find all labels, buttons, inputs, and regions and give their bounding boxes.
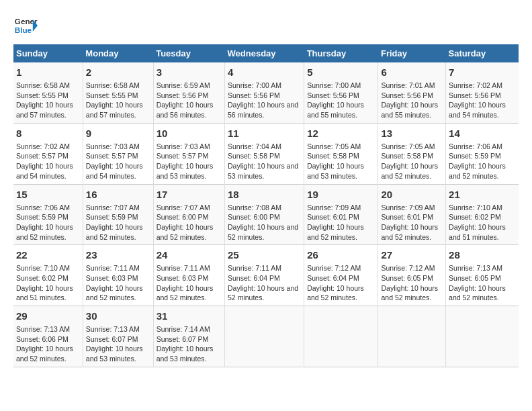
day-cell: 14Sunrise: 7:06 AMSunset: 5:59 PMDayligh… — [446, 123, 519, 184]
day-number: 17 — [157, 187, 222, 201]
day-cell: 6Sunrise: 7:01 AMSunset: 5:56 PMDaylight… — [378, 62, 446, 123]
daylight-text: Daylight: 10 hours and 53 minutes. — [228, 162, 298, 180]
sunset-text: Sunset: 6:05 PM — [449, 274, 501, 282]
sunset-text: Sunset: 6:07 PM — [86, 335, 138, 343]
day-cell: 1Sunrise: 6:58 AMSunset: 5:55 PMDaylight… — [13, 62, 83, 123]
daylight-text: Daylight: 10 hours and 52 minutes. — [449, 162, 506, 180]
header: General Blue — [13, 13, 519, 38]
sunrise-text: Sunrise: 7:02 AM — [449, 81, 502, 89]
sunset-text: Sunset: 6:01 PM — [381, 213, 433, 221]
col-header-friday: Friday — [378, 44, 446, 62]
week-row-3: 15Sunrise: 7:06 AMSunset: 5:59 PMDayligh… — [13, 184, 519, 245]
day-number: 8 — [16, 126, 80, 140]
day-cell: 29Sunrise: 7:13 AMSunset: 6:06 PMDayligh… — [13, 306, 83, 367]
day-cell: 8Sunrise: 7:02 AMSunset: 5:57 PMDaylight… — [13, 123, 83, 184]
day-cell: 11Sunrise: 7:04 AMSunset: 5:58 PMDayligh… — [225, 123, 304, 184]
daylight-text: Daylight: 10 hours and 52 minutes. — [157, 223, 214, 241]
sunrise-text: Sunrise: 7:11 AM — [157, 264, 210, 272]
sunset-text: Sunset: 5:55 PM — [16, 91, 69, 99]
sunrise-text: Sunrise: 7:05 AM — [307, 142, 361, 150]
day-cell — [225, 306, 304, 367]
sunrise-text: Sunrise: 7:10 AM — [449, 203, 502, 212]
day-number: 6 — [381, 65, 443, 79]
sunset-text: Sunset: 5:58 PM — [228, 152, 280, 160]
day-number: 27 — [381, 248, 443, 262]
day-number: 15 — [16, 187, 80, 201]
day-header-row: SundayMondayTuesdayWednesdayThursdayFrid… — [13, 44, 519, 62]
daylight-text: Daylight: 10 hours and 52 minutes. — [381, 284, 438, 302]
day-number: 18 — [228, 187, 301, 201]
daylight-text: Daylight: 10 hours and 56 minutes. — [157, 101, 214, 119]
daylight-text: Daylight: 10 hours and 52 minutes. — [16, 223, 73, 241]
daylight-text: Daylight: 10 hours and 52 minutes. — [228, 223, 298, 241]
day-cell: 23Sunrise: 7:11 AMSunset: 6:03 PMDayligh… — [83, 245, 153, 306]
sunset-text: Sunset: 5:56 PM — [157, 91, 209, 99]
sunrise-text: Sunrise: 7:10 AM — [16, 264, 70, 272]
sunset-text: Sunset: 6:02 PM — [16, 274, 69, 282]
day-number: 21 — [449, 187, 516, 201]
sunrise-text: Sunrise: 7:04 AM — [228, 142, 281, 150]
daylight-text: Daylight: 10 hours and 54 minutes. — [86, 162, 143, 180]
day-cell: 17Sunrise: 7:07 AMSunset: 6:00 PMDayligh… — [153, 184, 224, 245]
daylight-text: Daylight: 10 hours and 52 minutes. — [381, 223, 438, 241]
col-header-thursday: Thursday — [304, 44, 378, 62]
sunrise-text: Sunrise: 7:03 AM — [86, 142, 140, 150]
day-cell: 19Sunrise: 7:09 AMSunset: 6:01 PMDayligh… — [304, 184, 378, 245]
daylight-text: Daylight: 10 hours and 57 minutes. — [86, 101, 143, 119]
sunset-text: Sunset: 6:07 PM — [157, 335, 209, 343]
sunset-text: Sunset: 5:57 PM — [86, 152, 138, 160]
daylight-text: Daylight: 10 hours and 52 minutes. — [86, 284, 143, 302]
day-cell: 16Sunrise: 7:07 AMSunset: 5:59 PMDayligh… — [83, 184, 153, 245]
day-cell: 27Sunrise: 7:12 AMSunset: 6:05 PMDayligh… — [378, 245, 446, 306]
day-number: 4 — [228, 65, 301, 79]
daylight-text: Daylight: 10 hours and 53 minutes. — [86, 345, 143, 363]
day-cell — [446, 306, 519, 367]
day-cell: 31Sunrise: 7:14 AMSunset: 6:07 PMDayligh… — [153, 306, 224, 367]
col-header-monday: Monday — [83, 44, 153, 62]
day-cell: 12Sunrise: 7:05 AMSunset: 5:58 PMDayligh… — [304, 123, 378, 184]
daylight-text: Daylight: 10 hours and 52 minutes. — [86, 223, 143, 241]
sunrise-text: Sunrise: 7:06 AM — [16, 203, 70, 212]
daylight-text: Daylight: 10 hours and 54 minutes. — [449, 101, 506, 119]
sunrise-text: Sunrise: 7:08 AM — [228, 203, 281, 212]
day-cell: 30Sunrise: 7:13 AMSunset: 6:07 PMDayligh… — [83, 306, 153, 367]
sunset-text: Sunset: 6:00 PM — [228, 213, 280, 221]
sunrise-text: Sunrise: 6:58 AM — [86, 81, 140, 89]
week-row-4: 22Sunrise: 7:10 AMSunset: 6:02 PMDayligh… — [13, 245, 519, 306]
sunset-text: Sunset: 5:56 PM — [228, 91, 280, 99]
sunrise-text: Sunrise: 7:00 AM — [307, 81, 361, 89]
sunrise-text: Sunrise: 7:12 AM — [307, 264, 361, 272]
sunset-text: Sunset: 5:59 PM — [86, 213, 138, 221]
day-number: 7 — [449, 65, 516, 79]
daylight-text: Daylight: 10 hours and 52 minutes. — [157, 284, 214, 302]
day-cell: 25Sunrise: 7:11 AMSunset: 6:04 PMDayligh… — [225, 245, 304, 306]
day-number: 29 — [16, 309, 80, 323]
sunrise-text: Sunrise: 6:58 AM — [16, 81, 70, 89]
sunset-text: Sunset: 5:56 PM — [307, 91, 359, 99]
col-header-wednesday: Wednesday — [225, 44, 304, 62]
sunrise-text: Sunrise: 7:07 AM — [86, 203, 140, 212]
sunset-text: Sunset: 6:04 PM — [228, 274, 280, 282]
week-row-2: 8Sunrise: 7:02 AMSunset: 5:57 PMDaylight… — [13, 123, 519, 184]
day-cell: 18Sunrise: 7:08 AMSunset: 6:00 PMDayligh… — [225, 184, 304, 245]
day-number: 12 — [307, 126, 375, 140]
daylight-text: Daylight: 10 hours and 52 minutes. — [16, 345, 73, 363]
sunset-text: Sunset: 5:58 PM — [381, 152, 433, 160]
day-cell: 20Sunrise: 7:09 AMSunset: 6:01 PMDayligh… — [378, 184, 446, 245]
sunset-text: Sunset: 5:56 PM — [381, 91, 433, 99]
day-number: 31 — [157, 309, 222, 323]
day-number: 22 — [16, 248, 80, 262]
sunrise-text: Sunrise: 7:13 AM — [16, 325, 70, 333]
week-row-5: 29Sunrise: 7:13 AMSunset: 6:06 PMDayligh… — [13, 306, 519, 367]
day-number: 10 — [157, 126, 222, 140]
sunrise-text: Sunrise: 7:02 AM — [16, 142, 70, 150]
day-cell: 13Sunrise: 7:05 AMSunset: 5:58 PMDayligh… — [378, 123, 446, 184]
sunrise-text: Sunrise: 7:01 AM — [381, 81, 435, 89]
sunrise-text: Sunrise: 7:07 AM — [157, 203, 210, 212]
day-cell: 4Sunrise: 7:00 AMSunset: 5:56 PMDaylight… — [225, 62, 304, 123]
daylight-text: Daylight: 10 hours and 51 minutes. — [16, 284, 73, 302]
day-cell: 7Sunrise: 7:02 AMSunset: 5:56 PMDaylight… — [446, 62, 519, 123]
day-cell: 22Sunrise: 7:10 AMSunset: 6:02 PMDayligh… — [13, 245, 83, 306]
day-cell: 15Sunrise: 7:06 AMSunset: 5:59 PMDayligh… — [13, 184, 83, 245]
week-row-1: 1Sunrise: 6:58 AMSunset: 5:55 PMDaylight… — [13, 62, 519, 123]
